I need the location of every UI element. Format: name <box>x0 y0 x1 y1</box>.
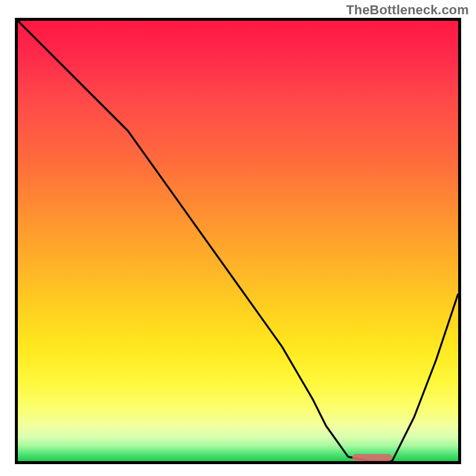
plot-area <box>15 18 461 464</box>
watermark-text: TheBottleneck.com <box>346 2 469 18</box>
optimal-range-marker <box>352 454 392 461</box>
bottleneck-curve <box>18 21 458 461</box>
curve-layer <box>18 21 458 461</box>
chart-frame: TheBottleneck.com <box>0 0 476 476</box>
